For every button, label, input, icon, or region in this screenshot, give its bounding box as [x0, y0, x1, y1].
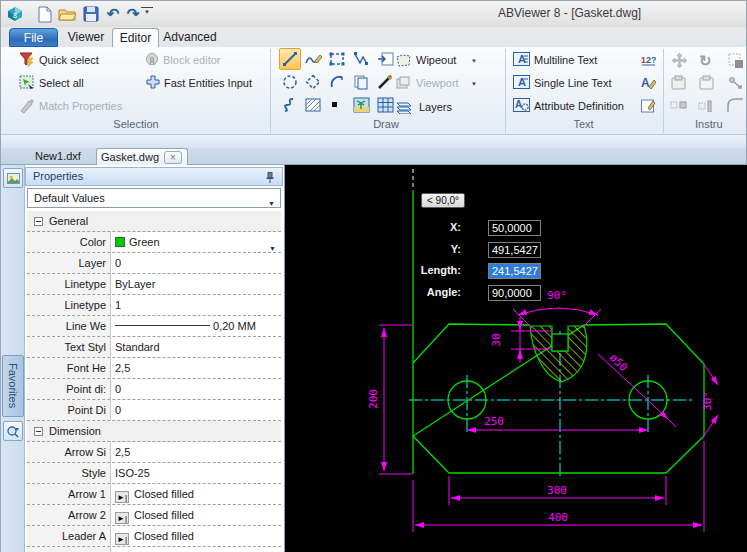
prop-row-lineweight[interactable]: Line We 0,20 MM [27, 316, 281, 337]
prop-row-fontheight[interactable]: Font He 2,5 [27, 358, 281, 379]
tab-viewer[interactable]: Viewer [63, 28, 109, 47]
closed-filled-arrow-icon: ►| [115, 533, 129, 545]
properties-header[interactable]: Properties [25, 167, 283, 186]
single-line-text-button[interactable]: Single Line Text [534, 77, 611, 89]
tab-file[interactable]: File [9, 28, 58, 47]
svg-text:B: B [150, 56, 155, 63]
redo-icon[interactable]: ↷ [123, 4, 143, 24]
qat-customize-icon[interactable]: ▼ [141, 7, 153, 17]
table-tool-icon[interactable] [377, 97, 394, 113]
dim-30deg: 30° [701, 391, 714, 411]
layers-button[interactable]: Layers [419, 101, 452, 113]
text-fields-icon[interactable]: 12? [641, 53, 656, 66]
layers-icon[interactable] [395, 99, 413, 114]
angle-tooltip: < 90,0° [421, 193, 465, 208]
arc-tool-icon[interactable] [329, 74, 345, 90]
document-tab-bar: New1.dxf Gasket.dwg × [1, 148, 746, 165]
prop-row-layer[interactable]: Layer 0 [27, 253, 281, 274]
tab-close-icon[interactable]: × [164, 151, 182, 164]
viewport-dropdown-icon[interactable]: ▼ [471, 81, 477, 87]
thick-line-tool-icon[interactable] [377, 74, 393, 90]
group-separator [663, 49, 664, 133]
block-editor-icon: B [144, 52, 160, 68]
tab-editor[interactable]: Editor [112, 28, 159, 47]
prop-row-textstyle[interactable]: Text Styl Standard [27, 337, 281, 358]
hatch-tool-icon[interactable] [305, 97, 321, 113]
polyline-tool-icon[interactable] [353, 51, 369, 67]
spline-tool-icon[interactable] [282, 97, 296, 113]
attribute-definition-icon[interactable]: A [513, 98, 530, 112]
prop-row-arrow1[interactable]: Arrow 1 ►|Closed filled [27, 484, 281, 505]
collapse-icon[interactable] [34, 427, 43, 436]
slot-square [552, 334, 568, 351]
dim-dia50: ø50 [607, 351, 630, 374]
doc-tab-new1[interactable]: New1.dxf [23, 148, 93, 165]
insert-block-icon[interactable] [377, 51, 395, 67]
select-all-icon[interactable] [19, 75, 35, 91]
sidebar-tab-favorites[interactable]: Favorites [2, 355, 24, 417]
doc-tab-gasket[interactable]: Gasket.dwg × [96, 148, 188, 165]
group-row-general[interactable]: General [27, 211, 281, 232]
prop-row-linetype[interactable]: Linetype ByLayer [27, 274, 281, 295]
mirror-tool-icon [698, 100, 716, 112]
tab-advanced[interactable]: Advanced [161, 28, 219, 47]
circle-tool-icon[interactable] [282, 74, 298, 90]
new-file-icon[interactable] [35, 4, 55, 24]
sketch-tool-icon[interactable] [305, 51, 323, 67]
y-input[interactable]: 491,5427 [488, 242, 541, 258]
point-tool-icon[interactable] [331, 101, 339, 109]
prop-row-arrowsize[interactable]: Arrow Si 2,5 [27, 442, 281, 463]
group-name: General [49, 211, 88, 231]
undo-icon[interactable]: ↶ [103, 4, 123, 24]
drawing-canvas[interactable]: 200 250 300 400 ø50 90° 30 30° < 90,0° X… [285, 165, 747, 552]
pin-icon[interactable] [265, 172, 275, 183]
angle-input[interactable]: 90,0000 [488, 285, 541, 301]
select-all-button[interactable]: Select all [39, 77, 84, 89]
quick-select-icon[interactable] [19, 52, 35, 68]
wipeout-icon[interactable] [395, 53, 412, 68]
prop-row-color[interactable]: Color Green▼ [27, 232, 281, 253]
prop-row-leader-arrow[interactable]: Leader A ►|Closed filled [27, 526, 281, 547]
length-input[interactable]: 241,5427 [488, 263, 541, 279]
prop-row-linetype-scale[interactable]: Linetype 1 [27, 295, 281, 316]
copy-entity-icon[interactable] [353, 74, 369, 90]
single-line-text-icon[interactable]: A [513, 75, 530, 89]
prop-row-pointdisplay[interactable]: Point di: 0 [27, 379, 281, 400]
multiline-text-icon[interactable]: A [513, 52, 530, 66]
edit-text-icon[interactable]: A [641, 75, 657, 90]
ribbon-bottom-strip [1, 135, 746, 148]
polygon-tool-icon[interactable] [305, 74, 321, 90]
align-tool-icon [670, 100, 688, 110]
svg-text:A: A [518, 76, 526, 88]
wipeout-button[interactable]: Wipeout [416, 54, 456, 66]
prop-row-pointsize[interactable]: Point Di 0 [27, 400, 281, 421]
search-panel-icon[interactable] [3, 421, 23, 441]
doc-tab-gasket-label: Gasket.dwg [101, 151, 159, 163]
edit-attribute-icon[interactable] [641, 98, 657, 113]
prop-row-dimstyle[interactable]: Style ISO-25 [27, 463, 281, 484]
rectangle-tool-icon[interactable] [329, 51, 345, 67]
app-logo-icon[interactable]: 8 [5, 4, 25, 24]
collapse-icon[interactable] [34, 217, 43, 226]
preset-dropdown[interactable]: Default Values ▼ [27, 188, 281, 208]
color-value: Green [129, 236, 160, 248]
thumbnails-panel-icon[interactable] [3, 168, 23, 188]
fast-entities-input-icon[interactable] [146, 75, 160, 89]
group-row-dimension[interactable]: Dimension [27, 421, 281, 442]
fast-entities-input-button[interactable]: Fast Entities Input [164, 77, 252, 89]
x-input[interactable]: 50,0000 [488, 220, 541, 236]
line-tool-icon[interactable] [282, 51, 298, 67]
attribute-definition-button[interactable]: Attribute Definition [534, 100, 624, 112]
image-tool-icon[interactable] [353, 97, 370, 113]
save-icon[interactable] [81, 4, 101, 24]
dim-30: 30 [490, 333, 503, 346]
open-file-icon[interactable] [57, 4, 77, 24]
wipeout-dropdown-icon[interactable]: ▼ [471, 58, 477, 64]
quick-select-button[interactable]: Quick select [39, 54, 99, 66]
group-name: Dimension [49, 421, 101, 441]
prop-row-arrow2[interactable]: Arrow 2 ►|Closed filled [27, 505, 281, 526]
chevron-down-icon[interactable]: ▼ [269, 239, 276, 252]
multiline-text-button[interactable]: Multiline Text [534, 54, 597, 66]
prop-row-textcolor-partial[interactable]: Text Col ByBlock [27, 547, 281, 552]
length-label: Length: [413, 264, 461, 276]
